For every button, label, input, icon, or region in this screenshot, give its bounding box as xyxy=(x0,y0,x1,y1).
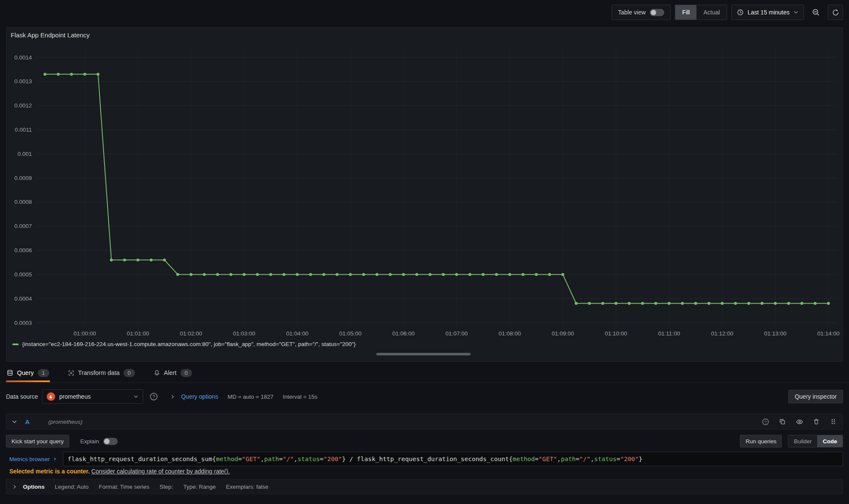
svg-text:01:01:00: 01:01:00 xyxy=(127,330,149,337)
chevron-down-icon xyxy=(133,394,138,399)
query-editor-toolbar: Kick start your query Explain Run querie… xyxy=(6,435,843,448)
tab-query[interactable]: Query 1 xyxy=(6,363,50,382)
svg-text:?: ? xyxy=(764,420,766,424)
datasource-label: Data source xyxy=(6,393,38,400)
svg-text:01:02:00: 01:02:00 xyxy=(180,330,202,337)
promql-expression-input[interactable]: flask_http_request_duration_seconds_sum{… xyxy=(63,452,843,466)
warning-text: Selected metric is a counter. xyxy=(9,468,90,475)
panel-edit-toolbar: Table view Fill Actual Last 15 minutes xyxy=(612,4,843,20)
fill-option[interactable]: Fill xyxy=(675,5,697,20)
tab-alert-label: Alert xyxy=(164,369,177,376)
svg-text:01:14:00: 01:14:00 xyxy=(817,330,840,337)
svg-text:0.0012: 0.0012 xyxy=(14,102,32,109)
query-datasource-hint: (prometheus) xyxy=(48,419,82,425)
delete-query-button[interactable] xyxy=(812,417,821,426)
query-help-button[interactable]: ? xyxy=(761,417,770,426)
explain-toggle[interactable] xyxy=(103,438,118,445)
refresh-button[interactable] xyxy=(828,5,843,20)
interval-value: Interval = 15s xyxy=(283,394,317,400)
kick-start-query-button[interactable]: Kick start your query xyxy=(6,435,69,448)
builder-option[interactable]: Builder xyxy=(788,435,817,447)
svg-text:0.0011: 0.0011 xyxy=(15,127,32,133)
tab-transform-label: Transform data xyxy=(78,369,120,376)
legend-series-swatch xyxy=(12,344,19,345)
options-title: Options xyxy=(23,484,45,490)
query-a-header[interactable]: A (prometheus) ? xyxy=(6,414,843,430)
duplicate-query-button[interactable] xyxy=(778,417,787,426)
actual-option[interactable]: Actual xyxy=(697,5,727,20)
options-type: Type: Range xyxy=(183,484,216,490)
explain-control: Explain xyxy=(80,438,118,445)
help-circle-icon: ? xyxy=(149,392,158,401)
tab-query-label: Query xyxy=(17,369,34,376)
svg-text:0.0013: 0.0013 xyxy=(14,78,32,84)
editor-tabs: Query 1 Transform data 0 Alert 0 xyxy=(6,363,193,382)
query-inspector-button[interactable]: Query inspector xyxy=(788,390,843,403)
svg-text:01:00:00: 01:00:00 xyxy=(73,330,96,337)
tab-transform-count: 0 xyxy=(124,369,135,377)
warning-rate-link[interactable]: Consider calculating rate of counter by … xyxy=(91,468,230,475)
datasource-selected-value: prometheus xyxy=(59,393,130,400)
copy-icon xyxy=(779,418,786,425)
metrics-browser-button[interactable]: Metrics browser xyxy=(6,452,63,466)
chevron-right-icon xyxy=(12,484,17,489)
chevron-down-icon xyxy=(793,10,798,15)
chevron-right-icon xyxy=(170,394,175,399)
time-range-picker[interactable]: Last 15 minutes xyxy=(731,5,804,20)
promql-editor-row: Metrics browser flask_http_request_durat… xyxy=(6,452,843,466)
options-format: Format: Time series xyxy=(99,484,149,490)
svg-text:01:13:00: 01:13:00 xyxy=(764,330,787,337)
horizontal-scrollbar[interactable] xyxy=(376,353,471,355)
tab-alert[interactable]: Alert 0 xyxy=(153,363,193,382)
latency-chart[interactable]: 01:00:0001:01:0001:02:0001:03:0001:04:00… xyxy=(9,45,841,342)
datasource-help-button[interactable]: ? xyxy=(147,389,161,404)
tab-transform-data[interactable]: Transform data 0 xyxy=(67,363,136,382)
panel-title[interactable]: Flask App Endpoint Latency xyxy=(11,31,90,39)
svg-text:0.0004: 0.0004 xyxy=(14,296,32,302)
run-queries-button[interactable]: Run queries xyxy=(740,435,782,448)
max-data-points-value: MD = auto = 1827 xyxy=(228,394,274,400)
svg-text:01:04:00: 01:04:00 xyxy=(286,330,309,337)
legend-row[interactable]: {instance="ec2-184-169-216-224.us-west-1… xyxy=(12,341,355,347)
help-circle-icon: ? xyxy=(762,418,769,425)
svg-text:?: ? xyxy=(152,394,155,399)
svg-text:01:07:00: 01:07:00 xyxy=(446,330,468,337)
table-view-toggle[interactable] xyxy=(650,9,664,16)
collapse-chevron-icon[interactable] xyxy=(11,419,17,425)
svg-text:0.0009: 0.0009 xyxy=(14,175,32,181)
legend-series-label: {instance="ec2-184-169-216-224.us-west-1… xyxy=(22,341,355,347)
metrics-browser-label: Metrics browser xyxy=(9,456,50,462)
toggle-visibility-button[interactable] xyxy=(795,417,804,426)
builder-code-segmented: Builder Code xyxy=(788,435,843,448)
zoom-out-icon xyxy=(812,8,820,16)
svg-text:01:11:00: 01:11:00 xyxy=(658,330,680,337)
query-header-actions: ? xyxy=(761,417,838,426)
query-options-link[interactable]: Query options xyxy=(181,393,218,400)
svg-text:01:08:00: 01:08:00 xyxy=(499,330,521,337)
datasource-picker[interactable]: prometheus xyxy=(42,389,143,404)
svg-text:01:06:00: 01:06:00 xyxy=(392,330,415,337)
eye-icon xyxy=(796,418,803,425)
query-options-bar[interactable]: Options Legend: Auto Format: Time series… xyxy=(6,479,843,494)
svg-text:0.0007: 0.0007 xyxy=(14,223,32,229)
explain-label: Explain xyxy=(80,438,99,445)
promql-expression: flask_http_request_duration_seconds_sum{… xyxy=(68,456,642,462)
options-exemplars: Exemplars: false xyxy=(226,484,268,490)
svg-text:0.001: 0.001 xyxy=(17,151,32,157)
clock-icon xyxy=(737,9,744,16)
zoom-out-button[interactable] xyxy=(808,5,824,20)
options-step: Step: xyxy=(160,484,173,490)
counter-warning: Selected metric is a counter. Consider c… xyxy=(9,468,842,475)
svg-text:01:09:00: 01:09:00 xyxy=(552,330,574,337)
svg-text:01:03:00: 01:03:00 xyxy=(233,330,256,337)
code-option[interactable]: Code xyxy=(817,435,843,447)
query-options-group: Query options MD = auto = 1827 Interval … xyxy=(170,393,317,400)
table-view-control: Table view xyxy=(612,5,671,20)
tab-alert-count: 0 xyxy=(181,369,192,377)
svg-text:0.0008: 0.0008 xyxy=(14,199,32,205)
svg-text:01:10:00: 01:10:00 xyxy=(605,330,627,337)
drag-handle[interactable] xyxy=(829,417,838,426)
query-ref-id: A xyxy=(25,418,30,425)
prometheus-logo-icon xyxy=(47,392,55,401)
tabs-divider xyxy=(0,383,849,383)
